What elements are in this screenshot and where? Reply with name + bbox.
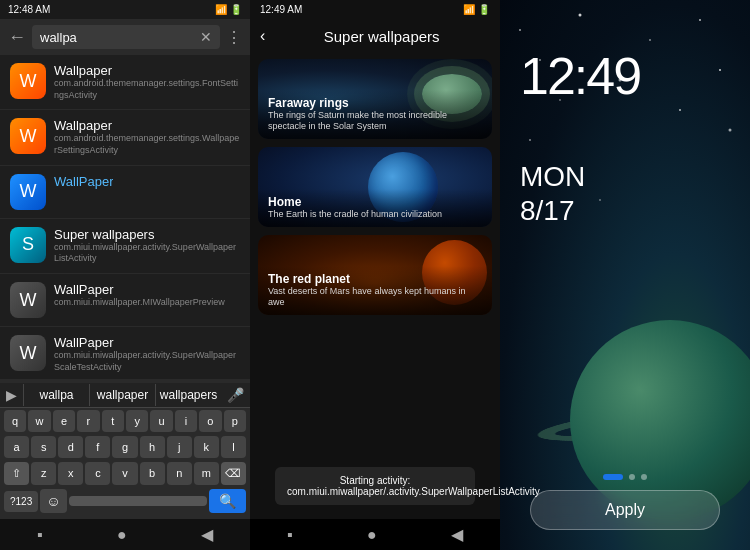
keyboard-row-4: ?123 ☺ 🔍 xyxy=(0,487,250,515)
key-y[interactable]: y xyxy=(126,410,148,432)
app-package-4: com.miui.miwallpaper.MIWallpaperPreview xyxy=(54,297,225,309)
app-icon-3: S xyxy=(10,227,46,263)
status-icons: 📶 🔋 xyxy=(215,4,242,15)
key-shift[interactable]: ⇧ xyxy=(4,462,29,485)
search-topbar: ← wallpa ✕ ⋮ xyxy=(0,19,250,55)
key-i[interactable]: i xyxy=(175,410,197,432)
wp-card-desc-saturn: The rings of Saturn make the most incred… xyxy=(268,110,482,133)
search-back-button[interactable]: ← xyxy=(8,27,26,48)
key-search[interactable]: 🔍 xyxy=(209,489,246,513)
lockscreen-panel: 12:49 MON 8/17 Apply xyxy=(500,0,750,550)
wp-card-overlay-mars: The red planet Vast deserts of Mars have… xyxy=(258,266,492,315)
app-list-item-4[interactable]: WWallPapercom.miui.miwallpaper.MIWallpap… xyxy=(0,274,250,327)
microphone-icon[interactable]: 🎤 xyxy=(221,383,250,407)
lockscreen-day: MON xyxy=(520,160,585,194)
svg-point-10 xyxy=(729,129,732,132)
key-s[interactable]: s xyxy=(31,436,56,458)
key-z[interactable]: z xyxy=(31,462,56,485)
key-b[interactable]: b xyxy=(140,462,165,485)
key-backspace[interactable]: ⌫ xyxy=(221,462,246,485)
key-e[interactable]: e xyxy=(53,410,75,432)
app-icon-2: W xyxy=(10,174,46,210)
suggest-expand-icon[interactable]: ▶ xyxy=(0,383,23,407)
svg-point-3 xyxy=(699,19,701,21)
key-o[interactable]: o xyxy=(199,410,221,432)
wp-nav-home-icon[interactable]: ▪ xyxy=(287,526,293,544)
key-w[interactable]: w xyxy=(28,410,50,432)
key-g[interactable]: g xyxy=(112,436,137,458)
wp-card-faraway-rings[interactable]: Faraway rings The rings of Saturn make t… xyxy=(258,59,492,139)
wp-card-title-mars: The red planet xyxy=(268,272,482,286)
key-r[interactable]: r xyxy=(77,410,99,432)
app-name-5: WallPaper xyxy=(54,335,240,350)
app-list-item-5[interactable]: WWallPapercom.miui.miwallpaper.activity.… xyxy=(0,327,250,379)
page-indicator xyxy=(603,474,647,480)
wp-nav-back-icon[interactable]: ◀ xyxy=(451,525,463,544)
wp-card-mars[interactable]: The red planet Vast deserts of Mars have… xyxy=(258,235,492,315)
statusbar-wallpapers: 12:49 AM 📶 🔋 xyxy=(250,0,500,19)
search-input[interactable]: wallpa xyxy=(40,30,77,45)
app-list-item-1[interactable]: WWallpapercom.android.thememanager.setti… xyxy=(0,110,250,165)
key-h[interactable]: h xyxy=(140,436,165,458)
key-emoji[interactable]: ☺ xyxy=(40,489,66,513)
app-list-item-3[interactable]: SSuper wallpaperscom.miui.miwallpaper.ac… xyxy=(0,219,250,274)
key-j[interactable]: j xyxy=(167,436,192,458)
wp-card-overlay-saturn: Faraway rings The rings of Saturn make t… xyxy=(258,90,492,139)
search-clear-button[interactable]: ✕ xyxy=(200,29,212,45)
key-f[interactable]: f xyxy=(85,436,110,458)
svg-point-6 xyxy=(719,69,721,71)
key-c[interactable]: c xyxy=(85,462,110,485)
key-q[interactable]: q xyxy=(4,410,26,432)
key-t[interactable]: t xyxy=(102,410,124,432)
app-package-0: com.android.thememanager.settings.FontSe… xyxy=(54,78,240,101)
lockscreen-time: 12:49 xyxy=(520,50,640,102)
app-name-4: WallPaper xyxy=(54,282,225,297)
keyboard-row-3: ⇧ z x c v b n m ⌫ xyxy=(0,460,250,487)
wp-card-title-earth: Home xyxy=(268,195,482,209)
app-list-item-2[interactable]: WWallPaper xyxy=(0,166,250,219)
svg-point-2 xyxy=(649,39,651,41)
svg-point-9 xyxy=(529,139,531,141)
key-l[interactable]: l xyxy=(221,436,246,458)
nav-home-icon[interactable]: ▪ xyxy=(37,526,43,544)
suggest-wallpaper[interactable]: wallpaper xyxy=(89,384,155,406)
activity-toast: Starting activity: com.miui.miwallpaper/… xyxy=(275,467,475,505)
keyboard-row-1: q w e r t y u i o p xyxy=(0,408,250,434)
app-list-item-0[interactable]: WWallpapercom.android.thememanager.setti… xyxy=(0,55,250,110)
key-x[interactable]: x xyxy=(58,462,83,485)
wp-nav-recents-icon[interactable]: ● xyxy=(367,526,377,544)
app-name-0: Wallpaper xyxy=(54,63,240,78)
key-n[interactable]: n xyxy=(167,462,192,485)
key-symbols[interactable]: ?123 xyxy=(4,491,38,512)
key-m[interactable]: m xyxy=(194,462,219,485)
app-icon-1: W xyxy=(10,118,46,154)
page-dot-active xyxy=(603,474,623,480)
key-u[interactable]: u xyxy=(150,410,172,432)
svg-point-0 xyxy=(519,29,521,31)
keyboard-suggestions: ▶ wallpa wallpaper wallpapers 🎤 xyxy=(0,383,250,408)
key-d[interactable]: d xyxy=(58,436,83,458)
apply-button[interactable]: Apply xyxy=(530,490,720,530)
nav-recents-icon[interactable]: ● xyxy=(117,526,127,544)
nav-back-icon[interactable]: ◀ xyxy=(201,525,213,544)
key-k[interactable]: k xyxy=(194,436,219,458)
page-dot-2 xyxy=(641,474,647,480)
key-p[interactable]: p xyxy=(224,410,246,432)
app-package-3: com.miui.miwallpaper.activity.SuperWallp… xyxy=(54,242,240,265)
suggest-wallpapers[interactable]: wallpapers xyxy=(155,384,221,406)
lockscreen-date-num: 8/17 xyxy=(520,194,585,228)
key-a[interactable]: a xyxy=(4,436,29,458)
wp-back-button[interactable]: ‹ xyxy=(260,27,265,45)
key-v[interactable]: v xyxy=(112,462,137,485)
key-space[interactable] xyxy=(69,496,207,506)
wp-card-home[interactable]: Home The Earth is the cradle of human ci… xyxy=(258,147,492,227)
app-package-5: com.miui.miwallpaper.activity.SuperWallp… xyxy=(54,350,240,373)
svg-point-1 xyxy=(579,14,582,17)
keyboard-row-2: a s d f g h j k l xyxy=(0,434,250,460)
search-menu-button[interactable]: ⋮ xyxy=(226,28,242,47)
wp-status-icons: 📶 🔋 xyxy=(463,4,490,15)
wp-topbar: ‹ Super wallpapers xyxy=(250,19,500,53)
search-panel: 12:48 AM 📶 🔋 ← wallpa ✕ ⋮ WWallpapercom.… xyxy=(0,0,250,550)
wp-card-desc-earth: The Earth is the cradle of human civiliz… xyxy=(268,209,482,221)
suggest-wallpa[interactable]: wallpa xyxy=(23,384,89,406)
